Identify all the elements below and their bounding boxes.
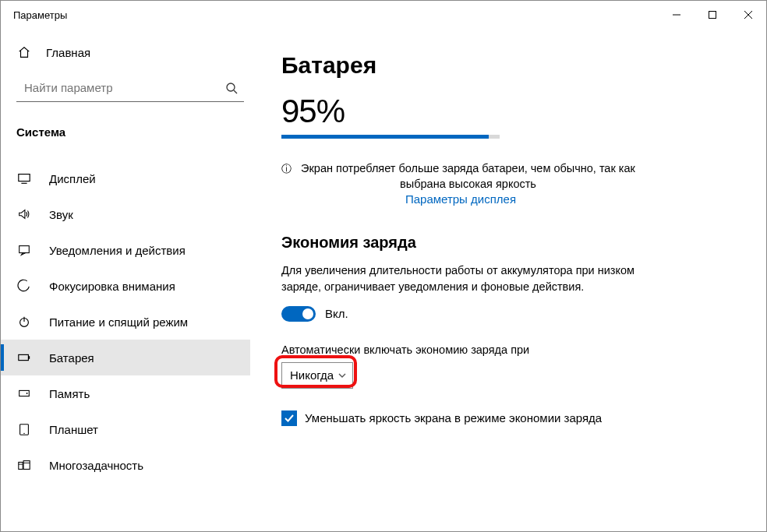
dropdown-value: Никогда — [290, 368, 334, 382]
battery-icon — [16, 350, 32, 365]
svg-point-16 — [23, 433, 24, 434]
sidebar-item-power[interactable]: Питание и спящий режим — [1, 304, 250, 340]
tablet-icon — [16, 421, 32, 437]
sidebar-item-label: Уведомления и действия — [49, 244, 186, 257]
toggle-state-label: Вкл. — [325, 307, 348, 320]
battery-progress — [281, 135, 500, 139]
storage-icon — [16, 386, 32, 401]
svg-rect-17 — [19, 462, 23, 469]
search-field[interactable] — [24, 81, 225, 94]
focus-icon — [16, 278, 32, 294]
display-settings-link[interactable]: Параметры дисплея — [405, 192, 516, 206]
sound-icon — [16, 206, 32, 222]
sidebar-item-display[interactable]: Дисплей — [1, 160, 250, 196]
sidebar-item-label: Планшет — [49, 423, 98, 436]
battery-saver-desc: Для увеличения длительности работы от ак… — [281, 262, 640, 295]
search-icon — [225, 82, 238, 94]
reduce-brightness-checkbox[interactable] — [281, 410, 297, 426]
svg-rect-12 — [28, 356, 30, 359]
home-icon — [16, 44, 32, 60]
page-title: Батарея — [281, 52, 712, 79]
sidebar-item-sound[interactable]: Звук — [1, 196, 250, 232]
search-input[interactable] — [16, 74, 244, 102]
sidebar-item-multitask[interactable]: Многозадачность — [1, 447, 250, 483]
svg-rect-6 — [19, 174, 30, 181]
main-content: Батарея 95% ⓘ Экран потребляет больше за… — [250, 29, 766, 531]
sidebar-item-label: Многозадачность — [49, 459, 143, 472]
info-icon: ⓘ — [281, 162, 292, 176]
brightness-warning: Экран потребляет больше заряда батареи, … — [296, 160, 640, 192]
svg-rect-11 — [19, 354, 29, 360]
svg-rect-18 — [23, 461, 30, 470]
svg-point-4 — [227, 83, 235, 91]
close-button[interactable] — [730, 2, 766, 27]
auto-enable-dropdown[interactable]: Никогда — [281, 362, 353, 389]
sidebar: Главная Система Дисплей Звук Уведомле — [1, 29, 250, 531]
category-heading: Система — [1, 108, 250, 150]
sidebar-item-label: Память — [49, 387, 90, 400]
sidebar-item-focus[interactable]: Фокусировка внимания — [1, 268, 250, 304]
minimize-button[interactable] — [659, 2, 695, 27]
battery-saver-heading: Экономия заряда — [281, 234, 712, 252]
notifications-icon — [16, 242, 32, 258]
chevron-down-icon — [338, 372, 346, 379]
reduce-brightness-label: Уменьшать яркость экрана в режиме эконом… — [305, 411, 602, 425]
svg-rect-8 — [19, 246, 30, 253]
display-icon — [16, 171, 32, 186]
sidebar-item-tablet[interactable]: Планшет — [1, 411, 250, 447]
window-title: Параметры — [13, 9, 67, 21]
sidebar-item-label: Питание и спящий режим — [49, 315, 188, 329]
sidebar-item-label: Фокусировка внимания — [49, 280, 175, 293]
sidebar-item-notifications[interactable]: Уведомления и действия — [1, 232, 250, 268]
battery-percent: 95% — [281, 93, 712, 130]
sidebar-item-label: Батарея — [49, 351, 94, 365]
battery-saver-toggle[interactable] — [281, 306, 316, 322]
svg-rect-1 — [709, 12, 716, 19]
home-label: Главная — [46, 46, 90, 59]
multitask-icon — [16, 457, 32, 473]
maximize-button[interactable] — [695, 2, 730, 27]
sidebar-item-storage[interactable]: Память — [1, 375, 250, 411]
sidebar-item-label: Дисплей — [49, 172, 96, 185]
svg-line-5 — [234, 90, 237, 93]
home-link[interactable]: Главная — [1, 37, 250, 68]
power-icon — [16, 314, 32, 329]
sidebar-item-battery[interactable]: Батарея — [1, 340, 250, 375]
auto-enable-label: Автоматически включать экономию заряда п… — [281, 344, 712, 356]
sidebar-item-label: Звук — [49, 208, 73, 221]
svg-point-14 — [27, 393, 28, 394]
